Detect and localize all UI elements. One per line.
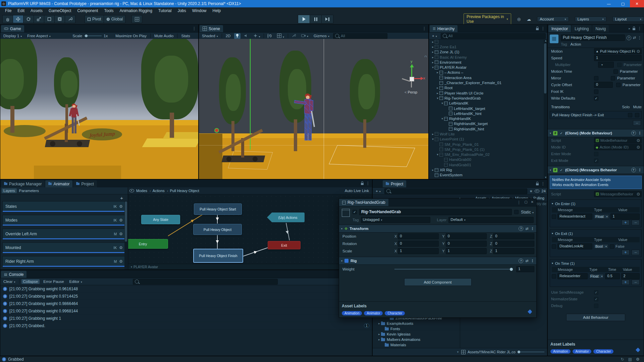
game-menu-icon[interactable] bbox=[192, 26, 196, 31]
transform-tool-icon[interactable] bbox=[54, 15, 65, 23]
console-log-row[interactable]: ! [21:00:27] Grabbing weight 0.9968144 bbox=[0, 307, 372, 315]
foldout-arrow-icon[interactable]: ▾ bbox=[431, 137, 435, 141]
create-asset-button[interactable]: + bbox=[374, 189, 382, 193]
motion-time-parameter-checkbox[interactable] bbox=[613, 69, 618, 74]
hierarchy-item[interactable]: ▸ bbox=[429, 39, 544, 44]
inspector-menu-icon[interactable] bbox=[638, 26, 642, 31]
add-layer-button[interactable]: + bbox=[0, 194, 128, 201]
use-send-message-checkbox[interactable] bbox=[594, 290, 598, 295]
floating-window-tab[interactable]: Rig-TwoHandedGrab bbox=[339, 199, 388, 206]
hand-tool-icon[interactable] bbox=[2, 15, 13, 23]
lock-icon[interactable] bbox=[536, 28, 539, 30]
node-entry[interactable]: Entry bbox=[128, 239, 168, 249]
hierarchy-scrollbar[interactable]: ▲▼ bbox=[544, 39, 547, 179]
foldout-arrow-icon[interactable]: ▾ bbox=[431, 66, 435, 69]
console-collapse-toggle[interactable]: Collapse bbox=[21, 279, 40, 284]
component-menu-icon[interactable] bbox=[531, 226, 535, 231]
float-close-icon[interactable]: ✕ bbox=[531, 200, 534, 205]
static-checkbox[interactable] bbox=[514, 210, 519, 214]
tab-parameters[interactable]: Parameters bbox=[17, 188, 41, 193]
node-pull-heavy-object-start[interactable]: Pull Heavy Object Start bbox=[194, 203, 242, 215]
tab-scene[interactable]: Scene bbox=[200, 25, 223, 32]
message-type-dropdown[interactable]: Bool bbox=[594, 244, 608, 249]
audio-toggle-icon[interactable] bbox=[243, 34, 250, 39]
hierarchy-item[interactable]: ▾ RightHandIK bbox=[429, 116, 544, 121]
layers-scrollbar[interactable] bbox=[124, 201, 127, 269]
collab-icon[interactable] bbox=[517, 17, 521, 21]
position-z-field[interactable]: 0 bbox=[493, 233, 534, 239]
foldout-arrow-icon[interactable]: ▸ bbox=[377, 322, 381, 325]
layer-settings-gear-icon[interactable] bbox=[119, 232, 123, 236]
mute-audio-toggle[interactable]: Mute Audio bbox=[153, 34, 175, 38]
foldout-arrow-icon[interactable]: ▸ bbox=[377, 338, 381, 341]
console-log-row[interactable]: ! [21:00:27] Grabbing weight 0.9714425 bbox=[0, 293, 372, 300]
lighting-toggle-icon[interactable] bbox=[234, 33, 240, 39]
dock-tab[interactable]: Project bbox=[73, 180, 97, 187]
perspective-label[interactable]: < Persp bbox=[405, 90, 417, 94]
tab-scroll-icon[interactable]: ▸ bbox=[629, 27, 630, 30]
animator-layer-row[interactable]: Rider Right Arm M bbox=[2, 256, 126, 267]
hierarchy-item[interactable]: RightHandIK_hint bbox=[429, 126, 544, 131]
layer-settings-gear-icon[interactable] bbox=[119, 259, 123, 264]
scale-slider[interactable] bbox=[84, 36, 102, 36]
project-folder-row[interactable]: ▸ Kevin Iglesias bbox=[373, 331, 459, 337]
weight-slider[interactable] bbox=[394, 269, 513, 269]
float-maximize-icon[interactable]: ▢ bbox=[524, 200, 527, 205]
refresh-icon[interactable]: ↻ bbox=[621, 357, 624, 362]
hierarchy-search-input[interactable]: All bbox=[441, 33, 546, 39]
message-name-field[interactable]: ReleaseInter bbox=[557, 273, 588, 279]
hierarchy-item[interactable]: ▾ Rig-TwoHandedGrab bbox=[429, 96, 544, 101]
favorites-icon[interactable] bbox=[529, 189, 533, 193]
hierarchy-item[interactable]: ▾ SM_Env_RailroadPole_02 bbox=[429, 152, 544, 157]
inspector-tab[interactable]: Inspector bbox=[548, 25, 571, 32]
state-name-field[interactable]: Pull Heavy Object Finish bbox=[561, 35, 625, 41]
exit-mode-checkbox[interactable] bbox=[594, 159, 598, 163]
enter-mode-checkbox[interactable] bbox=[594, 152, 598, 156]
asset-label-tag[interactable]: Animation bbox=[550, 349, 571, 354]
message-value-field[interactable]: 1 bbox=[610, 214, 640, 220]
write-defaults-checkbox[interactable] bbox=[594, 96, 598, 101]
component-menu-icon[interactable] bbox=[638, 36, 642, 40]
hierarchy-item[interactable]: LeftHandIK_hint bbox=[429, 111, 544, 116]
menu-item[interactable]: Tutorial bbox=[155, 8, 175, 13]
message-type-dropdown[interactable]: Float bbox=[589, 274, 604, 279]
remove-transition-button[interactable]: – bbox=[633, 120, 641, 126]
asset-label-tag[interactable]: Character bbox=[593, 349, 613, 354]
debug-checkbox[interactable] bbox=[594, 304, 598, 308]
asset-label-tag[interactable]: Character bbox=[385, 311, 405, 315]
hidden-count-icon[interactable] bbox=[535, 189, 539, 193]
hierarchy-item[interactable]: SM_Prop_Plank_01 bbox=[429, 142, 544, 147]
foldout-arrow-icon[interactable]: ▾ bbox=[440, 102, 444, 105]
lock-icon[interactable] bbox=[536, 183, 539, 185]
console-search-input[interactable] bbox=[133, 279, 278, 285]
hierarchy-item[interactable]: RightHandIK_target bbox=[429, 121, 544, 126]
animator-layer-row[interactable]: Modes IK bbox=[2, 215, 126, 226]
pivot-toggle[interactable]: Pivot bbox=[85, 15, 104, 23]
grid-visibility-dropdown[interactable] bbox=[275, 33, 286, 39]
play-button[interactable] bbox=[298, 15, 310, 23]
weight-value-field[interactable]: 1 bbox=[516, 266, 534, 272]
orientation-gizmo[interactable]: y x < Persp bbox=[398, 64, 425, 96]
tag-value[interactable]: Action bbox=[571, 42, 581, 46]
component-menu-icon[interactable] bbox=[638, 131, 642, 135]
scale-tool-icon[interactable] bbox=[34, 15, 44, 23]
move-tool-icon[interactable] bbox=[13, 15, 23, 23]
foldout-arrow-icon[interactable]: ▸ bbox=[377, 333, 381, 336]
rotation-z-field[interactable]: 0 bbox=[493, 241, 534, 247]
tools-icon[interactable] bbox=[290, 33, 298, 39]
hierarchy-item[interactable]: EventSystem bbox=[429, 173, 544, 178]
add-message-button[interactable]: + bbox=[622, 250, 630, 255]
hierarchy-item[interactable]: ▾ LeverPoint (1) bbox=[429, 137, 544, 142]
hierarchy-item[interactable]: ▸ – Actions – bbox=[429, 70, 544, 75]
project-folder-row[interactable]: Fonts bbox=[373, 326, 459, 331]
foldout-arrow-icon[interactable]: ▸ bbox=[436, 86, 439, 89]
preset-icon[interactable] bbox=[525, 259, 528, 263]
breadcrumb-item[interactable]: Actions bbox=[148, 189, 165, 193]
account-dropdown[interactable]: Account bbox=[537, 16, 569, 22]
rect-tool-icon[interactable] bbox=[44, 15, 55, 23]
display-dropdown[interactable]: Display 1 bbox=[2, 34, 23, 38]
message-name-field[interactable]: DisableLookAt bbox=[557, 243, 592, 249]
inspector-tab[interactable]: Lighting bbox=[572, 25, 592, 32]
layer-settings-gear-icon[interactable] bbox=[119, 245, 123, 250]
scale-z-field[interactable]: 1 bbox=[493, 248, 534, 254]
